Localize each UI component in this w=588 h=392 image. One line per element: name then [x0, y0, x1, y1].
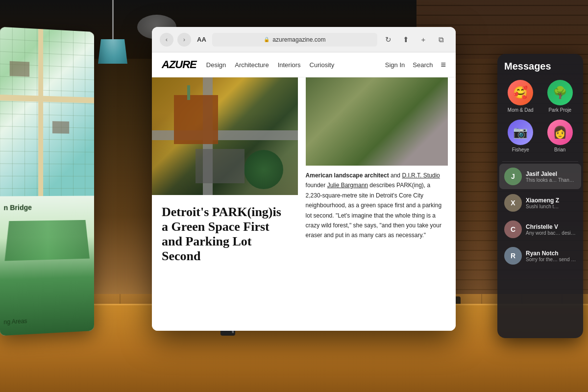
emoji-park: 🌳	[553, 87, 567, 98]
messages-contacts-grid: 🥰 Mom & Dad 🌳 Park Proje 📷 Fisheye 👩 Bri…	[497, 77, 583, 159]
messages-panel: Messages 🥰 Mom & Dad 🌳 Park Proje 📷 Fish…	[497, 54, 583, 338]
lamp-shade	[98, 39, 127, 64]
conversations-divider	[502, 161, 578, 162]
conversation-xiaomeng[interactable]: X Xiaomeng Z Sushi lunch t…	[499, 190, 581, 216]
map-road-vertical	[38, 29, 43, 196]
add-tab-button[interactable]: +	[416, 33, 430, 47]
chevron-left-icon: ‹	[166, 36, 168, 43]
lock-icon: 🔒	[264, 37, 270, 42]
conv-preview-ryan: Sorry for the… send me the…	[526, 257, 576, 262]
avatar-mom-dad: 🥰	[508, 80, 533, 105]
nav-interiors[interactable]: Interiors	[278, 61, 301, 69]
map-building-1	[9, 61, 29, 77]
article-strong: American landscape architect	[306, 172, 389, 179]
conv-preview-jasif: This looks a… Thanks for h…	[526, 177, 576, 183]
headline-text: Detroit's PARK(ing)is a Green Space Firs…	[162, 205, 288, 264]
contact-fisheye[interactable]: 📷 Fisheye	[501, 117, 540, 155]
conversation-jasif[interactable]: J Jasif Jaleel This looks a… Thanks for …	[499, 164, 581, 189]
emoji-brian: 👩	[553, 126, 567, 138]
browser-chrome: ‹ › AA 🔒 azuremagazine.com ↻ ⬆ + ⧉	[152, 27, 456, 52]
conv-name-ryan: Ryan Notch	[526, 250, 576, 257]
areas-label: ng Areas	[3, 318, 27, 326]
messages-header: Messages	[497, 54, 583, 77]
tabs-button[interactable]: ⧉	[434, 33, 448, 47]
article-paragraph: American landscape architect and D.I.R.T…	[306, 171, 448, 241]
article-text: American landscape architect and D.I.R.T…	[306, 171, 448, 241]
conv-preview-xiaomeng: Sushi lunch t…	[526, 204, 576, 209]
url-text: azuremagazine.com	[272, 36, 325, 43]
avatar-brian: 👩	[547, 120, 573, 145]
conv-preview-christelle: Any word bac… designs?	[526, 230, 576, 236]
nav-architecture[interactable]: Architecture	[235, 61, 269, 69]
article-right: American landscape architect and D.I.R.T…	[298, 77, 456, 329]
article-layout: Detroit's PARK(ing)is a Green Space Firs…	[152, 77, 456, 329]
emoji-fisheye: 📷	[513, 126, 528, 138]
conv-name-christelle: Christelle V	[526, 223, 576, 230]
conv-info-ryan: Ryan Notch Sorry for the… send me the…	[526, 250, 576, 262]
map-road-horizontal	[0, 95, 94, 103]
avatar-park-project: 🌳	[547, 80, 573, 105]
conv-name-jasif: Jasif Jaleel	[526, 171, 576, 177]
conversation-list: J Jasif Jaleel This looks a… Thanks for …	[497, 164, 583, 269]
lamp-cord	[112, 0, 114, 39]
text-size-button[interactable]: AA	[195, 36, 208, 43]
contact-park-project[interactable]: 🌳 Park Proje	[541, 77, 580, 116]
contact-mom-dad[interactable]: 🥰 Mom & Dad	[501, 77, 540, 116]
nav-design[interactable]: Design	[206, 61, 226, 69]
bridge-panel: n Bridge ng Areas	[0, 196, 94, 336]
conversation-christelle[interactable]: C Christelle V Any word bac… designs?	[499, 217, 581, 242]
azure-nav: AZURE Design Architecture Interiors Curi…	[152, 52, 456, 77]
article-left: Detroit's PARK(ing)is a Green Space Firs…	[152, 77, 298, 329]
back-button[interactable]: ‹	[160, 33, 173, 47]
conversation-ryan[interactable]: R Ryan Notch Sorry for the… send me the…	[499, 243, 581, 269]
forward-button[interactable]: ›	[177, 33, 191, 47]
hanging-lamp	[98, 0, 127, 64]
contact-name-mom-dad: Mom & Dad	[508, 107, 534, 113]
aerial-parking	[196, 149, 245, 183]
map-building-2	[52, 121, 69, 134]
article-body-image	[306, 77, 448, 166]
menu-icon[interactable]: ≡	[441, 60, 446, 70]
conv-avatar-ryan: R	[504, 247, 522, 265]
azure-nav-right: Sign In Search ≡	[385, 60, 446, 70]
contact-name-park: Park Proje	[548, 107, 571, 113]
share-button[interactable]: ⬆	[399, 33, 413, 47]
avatar-fisheye: 📷	[508, 120, 533, 145]
contact-name-brian: Brian	[554, 147, 565, 152]
map-panel	[0, 27, 94, 196]
left-panel: n Bridge ng Areas	[0, 27, 94, 336]
conv-name-xiaomeng: Xiaomeng Z	[526, 197, 576, 204]
contact-brian[interactable]: 👩 Brian	[541, 117, 580, 155]
aerial-church	[174, 95, 218, 144]
address-bar[interactable]: 🔒 azuremagazine.com	[212, 33, 377, 47]
conv-avatar-christelle: C	[504, 220, 522, 238]
azure-website: AZURE Design Architecture Interiors Curi…	[152, 52, 456, 331]
conv-info-christelle: Christelle V Any word bac… designs?	[526, 223, 576, 236]
article-headline: Detroit's PARK(ing)is a Green Space Firs…	[152, 195, 298, 269]
conv-avatar-xiaomeng: X	[504, 194, 522, 212]
body-img-overlay	[306, 77, 448, 166]
contact-name-fisheye: Fisheye	[512, 147, 529, 152]
browser-actions: ↻ ⬆ + ⧉	[381, 33, 448, 47]
azure-logo: AZURE	[162, 58, 196, 71]
conv-info-xiaomeng: Xiaomeng Z Sushi lunch t…	[526, 197, 576, 209]
emoji-mom-dad: 🥰	[513, 87, 528, 98]
bridge-label: n Bridge	[3, 203, 31, 212]
conv-info-jasif: Jasif Jaleel This looks a… Thanks for h…	[526, 171, 576, 183]
article-hero-image	[152, 77, 298, 195]
azure-nav-links: Design Architecture Interiors Curiosity	[206, 61, 334, 69]
aerial-trees	[244, 150, 283, 189]
conv-avatar-jasif: J	[504, 168, 522, 185]
dirt-studio-link[interactable]: D.I.R.T. Studio	[402, 172, 440, 179]
julie-bargmann-link[interactable]: Julie Bargmann	[327, 182, 368, 189]
browser-window: ‹ › AA 🔒 azuremagazine.com ↻ ⬆ + ⧉ AZURE…	[152, 27, 456, 331]
chevron-right-icon: ›	[183, 36, 185, 43]
search-link[interactable]: Search	[413, 61, 433, 69]
nav-curiosity[interactable]: Curiosity	[310, 61, 335, 69]
sign-in-link[interactable]: Sign In	[385, 61, 405, 69]
reload-button[interactable]: ↻	[381, 33, 395, 47]
